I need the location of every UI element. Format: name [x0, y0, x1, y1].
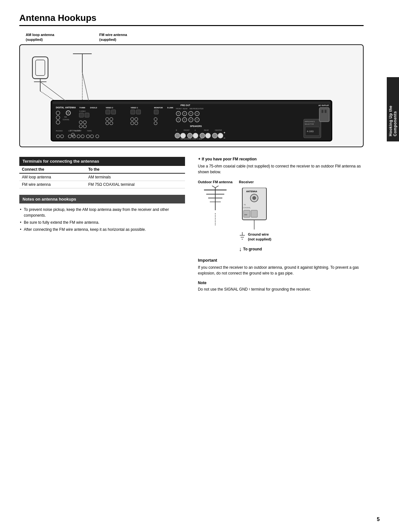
fm-antenna-label: FM wire antenna (supplied): [99, 32, 127, 42]
svg-text:TAPE: TAPE: [87, 130, 92, 132]
svg-rect-30: [111, 110, 116, 114]
svg-text:A: A: [195, 129, 196, 131]
svg-rect-37: [136, 110, 141, 114]
antenna-labels: AM loop antenna (supplied) FM wire anten…: [19, 32, 364, 42]
page-title: Antenna Hookups: [19, 13, 364, 26]
table-row: AM loop antennaAM terminals: [19, 173, 185, 181]
connect-cell: FM wire antenna: [19, 181, 86, 188]
svg-text:SIGNAL GND: SIGNAL GND: [70, 129, 80, 131]
svg-text:–: –: [224, 136, 226, 140]
svg-text:AM: AM: [244, 214, 247, 216]
svg-text:COAXIAL: COAXIAL: [63, 119, 70, 120]
svg-point-79: [206, 133, 211, 138]
left-column: Terminals for connecting the antennas Co…: [19, 157, 185, 292]
svg-line-118: [215, 186, 218, 188]
to-ground-text: To ground: [243, 247, 262, 251]
svg-text:TV/888: TV/888: [79, 107, 85, 109]
svg-rect-104: [321, 110, 323, 113]
svg-line-117: [212, 186, 215, 188]
svg-text:CENTER: CENTER: [215, 129, 222, 131]
svg-point-74: [175, 133, 180, 138]
diagram-area: AM loop antenna (supplied) FM wire anten…: [19, 32, 364, 147]
svg-text:PHONO: PHONO: [56, 130, 63, 132]
side-tab: Hooking Up the Components: [387, 77, 399, 141]
col2-header: To the: [86, 166, 185, 173]
svg-text:VIDEO 2: VIDEO 2: [106, 107, 113, 109]
svg-rect-36: [131, 110, 135, 114]
svg-point-16: [67, 112, 69, 114]
svg-text:DVD/LD: DVD/LD: [90, 107, 97, 109]
to-ground-label: ↓ To ground: [239, 246, 272, 253]
terminals-table: Connect the To the AM loop antennaAM ter…: [19, 166, 185, 188]
right-column: If you have poor FM reception Use a 75-o…: [198, 157, 364, 292]
svg-text:+: +: [224, 131, 226, 134]
am-antenna-label: AM loop antenna (supplied): [26, 32, 54, 42]
svg-text:CENTER: CENTER: [197, 107, 204, 109]
notes-list: To prevent noise pickup, keep the AM loo…: [19, 206, 185, 233]
svg-text:AC OUTLET: AC OUTLET: [318, 104, 329, 106]
svg-text:REAR: REAR: [183, 107, 188, 109]
outdoor-antenna-label: Outdoor FM antenna: [198, 180, 233, 184]
svg-point-77: [193, 133, 198, 138]
svg-rect-1: [35, 60, 45, 75]
svg-point-57: [190, 113, 192, 114]
svg-text:IMPEDANCE USE  4–16Ω: IMPEDANCE USE 4–16Ω: [181, 138, 202, 140]
svg-point-80: [212, 133, 218, 138]
svg-text:4-16Ω: 4-16Ω: [307, 130, 314, 133]
svg-point-78: [200, 133, 205, 138]
svg-point-123: [253, 196, 256, 200]
svg-text:MONITOR: MONITOR: [154, 107, 163, 109]
svg-text:ANTENNA: ANTENNA: [246, 190, 257, 193]
svg-text:IMPEDANCE: IMPEDANCE: [305, 121, 315, 122]
svg-text:S-VIDEO: S-VIDEO: [79, 111, 86, 112]
svg-line-109: [40, 82, 65, 100]
svg-text:75: 75: [244, 204, 246, 206]
page-container: Hooking Up the Components Antenna Hookup…: [0, 0, 399, 532]
svg-rect-9: [53, 101, 330, 104]
svg-rect-22: [79, 113, 84, 117]
svg-point-67: [196, 119, 198, 121]
svg-line-110: [82, 72, 88, 100]
svg-rect-29: [106, 110, 110, 114]
svg-text:DIGITAL: DIGITAL: [56, 106, 64, 109]
side-tab-label: Hooking Up the Components: [388, 82, 397, 136]
svg-rect-127: [251, 210, 257, 217]
svg-point-65: [190, 119, 192, 121]
svg-text:FM: FM: [64, 116, 67, 118]
ground-wire-label: Ground wire (not supplied): [248, 232, 272, 242]
svg-point-76: [187, 133, 192, 138]
svg-text:PRE OUT: PRE OUT: [181, 104, 190, 106]
svg-point-61: [177, 119, 179, 121]
fm-reception-title: If you have poor FM reception: [198, 157, 364, 161]
fm-outdoor-diagram: Outdoor FM antenna: [198, 180, 364, 253]
svg-text:COAXIAL: COAXIAL: [242, 207, 251, 209]
to-cell: AM terminals: [86, 173, 185, 181]
fm-reception-text: Use a 75-ohm coaxial cable (not supplied…: [198, 163, 364, 175]
svg-point-59: [196, 113, 198, 114]
bottom-section: Terminals for connecting the antennas Co…: [19, 157, 364, 292]
svg-text:FRONT: FRONT: [176, 107, 182, 109]
notes-header: Notes on antenna hookups: [19, 195, 185, 203]
receiver-diagram: DIGITAL ANTENNA FM COAXIAL: [19, 44, 364, 147]
col1-header: Connect the: [19, 166, 86, 173]
svg-rect-103: [319, 108, 329, 122]
svg-text:REAR: REAR: [204, 129, 209, 131]
note-title: Note: [198, 281, 364, 285]
svg-text:SPEAKERS: SPEAKERS: [190, 125, 202, 127]
list-item: After connecting the FM wire antenna, ke…: [19, 226, 185, 233]
receiver-body: DIGITAL ANTENNA FM COAXIAL: [51, 100, 332, 141]
svg-point-53: [177, 113, 179, 114]
svg-point-55: [184, 113, 186, 114]
svg-text:B: B: [176, 129, 177, 131]
list-item: To prevent noise pickup, keep the AM loo…: [19, 206, 185, 219]
svg-text:SELECTOR: SELECTOR: [305, 123, 314, 125]
fm-diagram-left: Outdoor FM antenna: [198, 180, 233, 226]
svg-rect-23: [85, 113, 89, 117]
svg-text:MID/PER: MID/PER: [190, 107, 197, 109]
receiver-label: Receiver: [239, 180, 272, 184]
important-text: If you connect the receiver to an outdoo…: [198, 265, 364, 276]
svg-text:VIDEO 1: VIDEO 1: [131, 107, 138, 109]
svg-point-63: [184, 119, 186, 121]
svg-rect-105: [325, 110, 327, 113]
antenna-svg-container: [199, 185, 231, 212]
